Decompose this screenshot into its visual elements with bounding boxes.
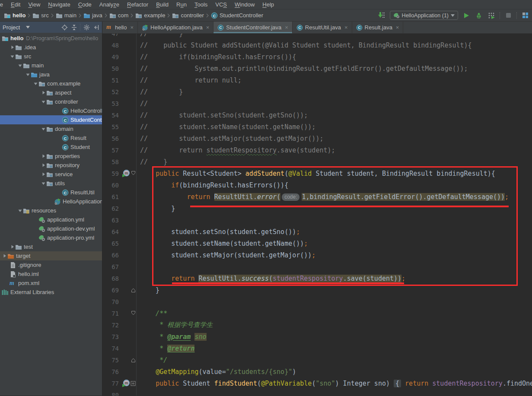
code-line-63[interactable]: 63 — [102, 214, 532, 226]
tab-StudentController.java[interactable]: CStudentController.java× — [213, 22, 293, 33]
chevron-right-icon[interactable] — [2, 254, 7, 258]
code-line-65[interactable]: 65 student.setName(student.getName()); — [102, 238, 532, 249]
code-line-61[interactable]: 61 return ResultUtil.error(code:1,bindin… — [102, 191, 532, 203]
code-line-76[interactable]: 76 @GetMapping(value="/students/{sno}") — [102, 366, 532, 377]
code-line-70[interactable]: 70 — [102, 296, 532, 307]
tab-ResultUtil.java[interactable]: CResultUtil.java× — [293, 22, 352, 33]
tree-item-controller[interactable]: controller — [0, 97, 102, 106]
tree-item-domain[interactable]: domain — [0, 124, 102, 133]
menu-tools[interactable]: Tools — [191, 1, 211, 8]
tree-item-test[interactable]: test — [0, 242, 102, 251]
run-button[interactable] — [462, 11, 471, 20]
code-line-67[interactable]: 67 — [102, 261, 532, 272]
code-editor[interactable]: 47// }48// public Student addStudent(@Va… — [102, 34, 532, 396]
tree-item-aspect[interactable]: aspect — [0, 88, 102, 97]
code-line-69[interactable]: 69 } — [102, 284, 532, 296]
code-line-80[interactable]: 80 — [102, 389, 532, 396]
tree-item-pom.xml[interactable]: mpom.xml — [0, 279, 102, 288]
code-line-58[interactable]: 58// } — [102, 156, 532, 168]
tree-item-java[interactable]: java — [0, 70, 102, 79]
close-tab-icon[interactable]: × — [206, 24, 210, 31]
chevron-down-icon[interactable] — [17, 64, 23, 67]
fold-marker-icon[interactable] — [131, 357, 136, 363]
code-line-77[interactable]: 77m public Student findStudent(@PathVari… — [102, 377, 532, 389]
chevron-right-icon[interactable] — [41, 154, 46, 158]
breadcrumb-java[interactable]: java — [82, 12, 104, 19]
close-tab-icon[interactable]: × — [396, 24, 399, 31]
run-configuration-select[interactable]: HelloApplication (1) — [390, 11, 458, 20]
tree-item-ResultUtil[interactable]: CResultUtil — [0, 188, 102, 197]
code-line-47[interactable]: 47// } — [102, 34, 532, 39]
tree-item-resources[interactable]: resources — [0, 206, 102, 215]
breadcrumb-example[interactable]: example — [134, 12, 166, 19]
code-line-73[interactable]: 73 * @param sno — [102, 331, 532, 342]
tree-item-HelloController[interactable]: CHelloController — [0, 106, 102, 115]
code-line-48[interactable]: 48// public Student addStudent(@Valid St… — [102, 39, 532, 51]
close-tab-icon[interactable]: × — [130, 24, 134, 31]
chevron-down-icon[interactable] — [41, 100, 46, 104]
code-line-66[interactable]: 66 student.setMajor(student.getMajor()); — [102, 249, 532, 261]
update-project-icon[interactable] — [377, 11, 386, 20]
tree-item-repository[interactable]: repository — [0, 161, 102, 170]
fold-marker-icon[interactable] — [131, 310, 136, 316]
chevron-right-icon[interactable] — [10, 245, 15, 249]
breadcrumb-controller[interactable]: controller — [171, 12, 205, 19]
code-line-59[interactable]: 59m public Result<Student> addStudent(@V… — [102, 168, 532, 179]
chevron-down-icon[interactable] — [10, 55, 15, 58]
menu-navigate[interactable]: Navigate — [44, 1, 74, 8]
breadcrumb-com[interactable]: com — [108, 12, 130, 19]
tree-item-utils[interactable]: utils — [0, 179, 102, 188]
menu-file[interactable]: File — [0, 1, 7, 8]
close-tab-icon[interactable]: × — [285, 24, 288, 31]
project-title[interactable]: Project — [3, 24, 30, 31]
menu-edit[interactable]: Edit — [7, 1, 24, 8]
tree-item-application-dev.yml[interactable]: application-dev.yml — [0, 224, 102, 233]
code-line-75[interactable]: 75 */ — [102, 354, 532, 366]
code-line-56[interactable]: 56// student.setMajor(student.getMajor()… — [102, 133, 532, 144]
code-line-62[interactable]: 62 } — [102, 203, 532, 214]
debug-button[interactable] — [475, 11, 483, 20]
tree-item-StudentController[interactable]: CStudentController — [0, 115, 102, 124]
tree-item-External Libraries[interactable]: External Libraries — [0, 288, 102, 297]
coverage-window-icon[interactable] — [521, 11, 529, 20]
tab-hello[interactable]: mhello× — [102, 22, 138, 33]
breadcrumb-hello[interactable]: hello — [3, 12, 27, 19]
tree-item-application-pro.yml[interactable]: application-pro.yml — [0, 233, 102, 242]
code-line-49[interactable]: 49// if(bindingResult.hasErrors()){ — [102, 51, 532, 63]
tab-Result.java[interactable]: CResult.java× — [352, 22, 404, 33]
menu-code[interactable]: Code — [74, 1, 96, 8]
tree-item-Student[interactable]: CStudent — [0, 143, 102, 152]
menu-build[interactable]: Build — [152, 1, 172, 8]
tree-item-.idea[interactable]: .idea — [0, 43, 102, 52]
chevron-right-icon[interactable] — [41, 163, 46, 167]
chevron-down-icon[interactable] — [17, 209, 23, 212]
tree-item-main[interactable]: main — [0, 61, 102, 70]
fold-marker-icon[interactable] — [131, 381, 136, 386]
tree-item-target[interactable]: target — [0, 251, 102, 260]
tree-item-src[interactable]: src — [0, 52, 102, 61]
code-line-51[interactable]: 51// return null; — [102, 74, 532, 86]
tree-item-com.example[interactable]: com.example — [0, 79, 102, 88]
breadcrumb-main[interactable]: main — [54, 12, 78, 19]
code-line-60[interactable]: 60 if(bindingResult.hasErrors()){ — [102, 179, 532, 191]
menu-vcs[interactable]: VCS — [211, 1, 231, 8]
menu-view[interactable]: View — [24, 1, 44, 8]
chevron-down-icon[interactable] — [41, 182, 46, 185]
code-line-52[interactable]: 52// } — [102, 86, 532, 98]
code-line-68[interactable]: 68 return ResultUtil.success(studentResp… — [102, 272, 532, 284]
menu-window[interactable]: Window — [231, 1, 258, 8]
tree-item-HelloApplication[interactable]: HelloApplication — [0, 197, 102, 206]
tree-item-hello.iml[interactable]: hello.iml — [0, 269, 102, 279]
tree-item-Result[interactable]: CResult — [0, 133, 102, 143]
tree-item-application.yml[interactable]: application.yml — [0, 215, 102, 224]
code-line-64[interactable]: 64 student.setSno(student.getSno()); — [102, 226, 532, 238]
request-mapping-icon[interactable]: m — [122, 379, 130, 387]
code-line-71[interactable]: 71 /** — [102, 307, 532, 319]
hide-panel-icon[interactable] — [92, 24, 99, 31]
tree-item-.gitignore[interactable]: .gitignore — [0, 260, 102, 269]
code-line-74[interactable]: 74 * @return — [102, 342, 532, 354]
breadcrumb-StudentController[interactable]: CStudentController — [210, 12, 264, 19]
fold-marker-icon[interactable] — [131, 171, 136, 176]
menu-analyze[interactable]: Analyze — [96, 1, 123, 8]
tree-item-service[interactable]: service — [0, 170, 102, 179]
